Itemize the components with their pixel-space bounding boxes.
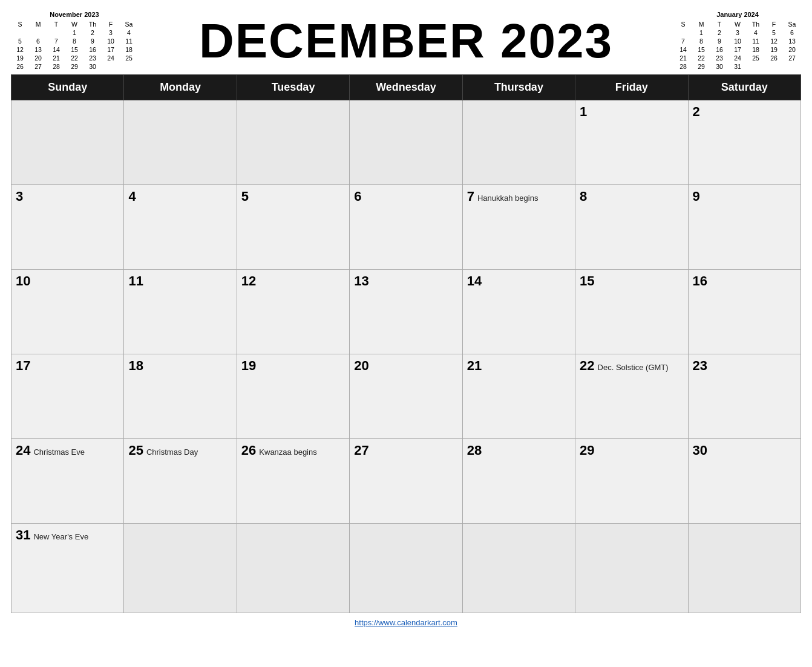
day-number: 27 [354, 443, 368, 458]
day-number: 25 [128, 443, 143, 458]
mini-cal-cell: 12 [765, 37, 783, 45]
day-number: 6 [354, 189, 361, 204]
day-event: Christmas Eve [33, 447, 85, 457]
mini-cal-cell: 23 [83, 54, 102, 62]
mini-cal-cell: 13 [29, 45, 47, 54]
mini-cal-cell [747, 62, 765, 71]
calendar-cell: 23 [688, 354, 801, 439]
calendar-cell: 13 [350, 270, 462, 354]
mini-cal-nov-header: M [29, 20, 47, 28]
calendar-cell: 15 [575, 270, 688, 354]
calendar-cell [575, 524, 688, 613]
main-title: DECEMBER 2023 [138, 11, 674, 65]
main-calendar: SundayMondayTuesdayWednesdayThursdayFrid… [11, 74, 801, 613]
day-number: 15 [580, 273, 594, 288]
day-number: 19 [241, 358, 256, 373]
mini-cal-cell: 27 [29, 62, 47, 71]
mini-cal-jan-title: January 2024 [674, 11, 801, 18]
mini-cal-cell: 23 [710, 54, 729, 62]
mini-cal-cell: 1 [692, 28, 710, 37]
day-number: 20 [354, 358, 368, 373]
day-number: 21 [467, 358, 482, 373]
mini-cal-cell: 19 [765, 45, 783, 54]
day-header: Thursday [462, 75, 575, 100]
mini-cal-cell: 4 [120, 28, 138, 37]
mini-cal-jan-table: SMTWThFSa 123456789101112131415161718192… [674, 20, 801, 71]
mini-cal-nov-table: SMTWThFSa 123456789101112131415161718192… [11, 20, 138, 71]
mini-cal-jan-header: M [692, 20, 710, 28]
calendar-cell: 17 [11, 354, 124, 439]
mini-cal-cell: 11 [120, 37, 138, 45]
mini-cal-cell [120, 62, 138, 71]
calendar-cell [350, 100, 462, 185]
mini-cal-cell: 24 [729, 54, 747, 62]
day-number: 1 [580, 104, 587, 119]
day-number: 17 [16, 358, 30, 373]
footer-url[interactable]: https://www.calendarkart.com [11, 618, 801, 627]
mini-cal-cell: 16 [83, 45, 102, 54]
mini-cal-cell [102, 62, 120, 71]
calendar-cell: 30 [688, 439, 801, 524]
day-header: Friday [575, 75, 688, 100]
mini-cal-cell: 26 [11, 62, 29, 71]
day-number: 29 [580, 443, 594, 458]
calendar-cell: 31New Year's Eve [11, 524, 124, 613]
day-number: 5 [241, 189, 249, 204]
calendar-cell: 24Christmas Eve [11, 439, 124, 524]
mini-cal-cell [765, 62, 783, 71]
mini-cal-cell: 25 [747, 54, 765, 62]
calendar-cell: 1 [575, 100, 688, 185]
calendar-cell [462, 100, 575, 185]
mini-cal-cell: 31 [729, 62, 747, 71]
mini-cal-cell: 2 [710, 28, 729, 37]
mini-cal-cell: 18 [120, 45, 138, 54]
mini-cal-cell: 8 [692, 37, 710, 45]
calendar-cell: 25Christmas Day [124, 439, 237, 524]
day-number: 2 [693, 104, 700, 119]
mini-cal-cell [783, 62, 801, 71]
day-number: 31 [16, 527, 30, 542]
mini-cal-cell: 19 [11, 54, 29, 62]
day-event: Hanukkah begins [477, 194, 538, 203]
mini-cal-cell [11, 28, 29, 37]
calendar-cell [350, 524, 462, 613]
mini-cal-cell: 30 [83, 62, 102, 71]
calendar-cell: 5 [237, 185, 349, 270]
mini-cal-cell: 7 [47, 37, 65, 45]
mini-cal-cell: 15 [65, 45, 83, 54]
day-number: 10 [16, 273, 30, 288]
day-header: Tuesday [237, 75, 349, 100]
calendar-cell: 29 [575, 439, 688, 524]
mini-cal-nov-title: November 2023 [11, 11, 138, 18]
day-header: Monday [124, 75, 237, 100]
calendar-cell: 16 [688, 270, 801, 354]
mini-cal-cell: 8 [65, 37, 83, 45]
mini-cal-cell: 28 [47, 62, 65, 71]
calendar-cell [237, 100, 349, 185]
mini-calendar-november: November 2023 SMTWThFSa 1234567891011121… [11, 11, 138, 71]
mini-cal-cell: 25 [120, 54, 138, 62]
mini-cal-cell: 20 [29, 54, 47, 62]
mini-cal-cell: 11 [747, 37, 765, 45]
mini-cal-jan-header: F [765, 20, 783, 28]
calendar-cell: 2 [688, 100, 801, 185]
calendar-cell: 11 [124, 270, 237, 354]
day-number: 11 [128, 273, 143, 288]
day-event: New Year's Eve [33, 532, 88, 541]
calendar-cell: 10 [11, 270, 124, 354]
mini-cal-cell: 22 [692, 54, 710, 62]
mini-cal-cell: 5 [765, 28, 783, 37]
calendar-cell [237, 524, 349, 613]
mini-cal-cell: 20 [783, 45, 801, 54]
mini-cal-cell: 29 [692, 62, 710, 71]
day-number: 12 [241, 273, 256, 288]
day-number: 16 [693, 273, 707, 288]
mini-cal-cell: 9 [83, 37, 102, 45]
mini-cal-cell [674, 28, 692, 37]
mini-cal-cell: 6 [29, 37, 47, 45]
mini-cal-nov-header: S [11, 20, 29, 28]
mini-cal-cell: 30 [710, 62, 729, 71]
calendar-cell: 20 [350, 354, 462, 439]
calendar-cell: 22Dec. Solstice (GMT) [575, 354, 688, 439]
calendar-cell [124, 524, 237, 613]
